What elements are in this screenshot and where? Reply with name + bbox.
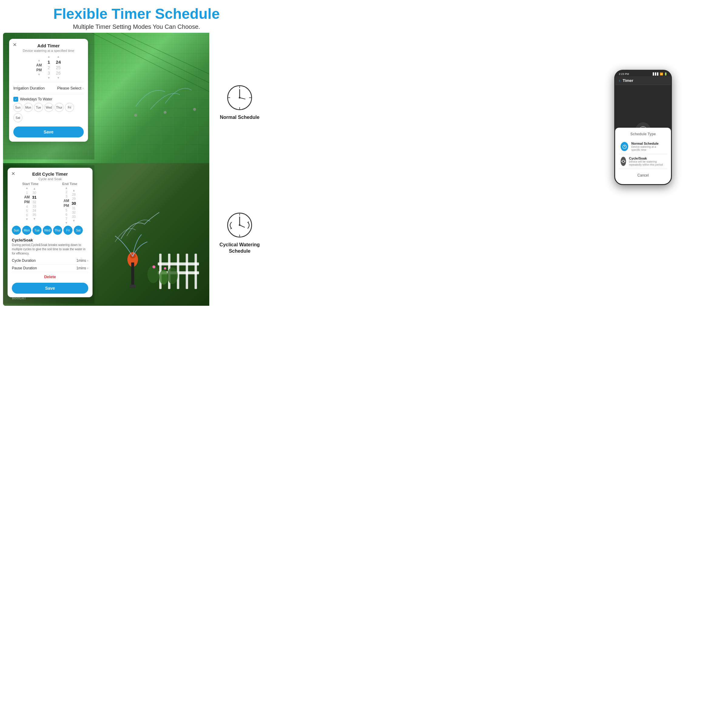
svg-point-20 [167,268,178,284]
time-picker: ▲ AM PM ▼ ▲ 1 2 3 ▼ ▲ 24 [13,55,84,80]
ampm-col: ▲ AM PM ▼ [36,58,42,76]
cycle-soak-section: Cycle/Soak During period,Cycle&Soak brea… [12,238,88,256]
cycle-day-wed[interactable]: Wed [43,226,52,235]
page-header: Flexible Timer Schedule Multiple Timer S… [0,0,273,33]
cycle-duration-row[interactable]: Cycle Duration 1mins › [12,257,88,265]
cyclical-clock-icon [226,211,253,239]
main-grid: ✕ Add Timer Device watering at a specifi… [0,33,273,309]
cycle-days-row: Sun Mon Tue Wed Thur Fri Sat [12,226,88,235]
close-button[interactable]: ✕ [13,42,17,47]
add-timer-card: ✕ Add Timer Device watering at a specifi… [9,39,88,142]
days-row: Sun Mon Tue Wed Thur Fri Sat [13,103,84,122]
cycle-day-thur[interactable]: Thur [53,226,62,235]
day-sat[interactable]: Sat [13,113,23,122]
svg-rect-9 [132,262,135,286]
end-time-col: End Time ▲ 2 3 AM PM 5 6 7 ▼ [51,182,88,225]
svg-line-1 [106,33,209,83]
cycle-card-title: Edit Cycle Timer [12,171,88,177]
irrigation-label: Irrigation Duration [13,86,44,90]
svg-line-0 [91,33,209,92]
cyclical-schedule-item: Cyclical WateringSchedule [220,211,260,254]
day-thur[interactable]: Thur [55,103,64,112]
card-title: Add Timer [13,43,84,48]
svg-rect-16 [158,262,199,265]
pause-duration-row[interactable]: Pause Duration 1mins › [12,265,88,272]
panel-top: ✕ Add Timer Device watering at a specifi… [3,33,209,163]
page-subtitle: Multiple Timer Setting Modes You Can Cho… [3,23,270,30]
irrigation-value: Please Select › [57,86,84,90]
normal-clock-icon [226,84,253,111]
page-title: Flexible Timer Schedule [3,5,270,22]
cycle-day-tue[interactable]: Tue [32,226,41,235]
hour-col: ▲ 1 2 3 ▼ [47,55,50,80]
minute-col: ▲ 24 25 26 ▼ [56,55,61,80]
right-sidebar: Normal Schedule Cyclical WateringSchedul… [209,33,270,306]
cycle-duration-val: 1mins [76,258,86,263]
svg-point-3 [134,114,137,117]
pause-duration-val: 1mins [76,266,86,270]
cyclical-schedule-label: Cyclical WateringSchedule [220,242,260,254]
save-button[interactable]: Save [13,127,84,138]
svg-line-2 [121,33,209,74]
cycle-soak-desc: During period,Cycle&Soak breaks watering… [12,243,88,256]
normal-schedule-label: Normal Schedule [220,114,260,121]
cycle-day-sun[interactable]: Sun [12,226,21,235]
weekday-label: Weekdays To Water [20,97,52,101]
svg-point-5 [193,108,196,111]
cycle-save-button[interactable]: Save [12,283,88,294]
svg-point-21 [153,265,156,268]
card-subtitle: Device watering at a specified time [13,49,84,52]
delete-button[interactable]: Delete [12,272,88,281]
panel-bottom: IRRIGAT ✕ Edit Cycle Timer Cycle and Soa… [3,163,209,306]
cycle-day-mon[interactable]: Mon [22,226,31,235]
svg-point-19 [159,270,168,285]
svg-point-4 [164,111,167,114]
start-time-col: Start Time ▲ 1 AM PM 4 5 6 ▼ [12,182,49,225]
pause-duration-label: Pause Duration [12,266,37,270]
cycle-timer-card: ✕ Edit Cycle Timer Cycle and Soak Start … [8,168,93,297]
cycle-day-fri[interactable]: Fri [63,226,72,235]
cycle-soak-title: Cycle/Soak [12,238,88,242]
weekday-checkbox[interactable]: ✓ [13,97,18,102]
irrigation-row[interactable]: Irrigation Duration Please Select › [13,85,84,92]
normal-schedule-item: Normal Schedule [220,84,260,121]
day-sun[interactable]: Sun [13,103,23,112]
svg-point-22 [164,267,166,270]
cycle-close-button[interactable]: ✕ [11,171,15,177]
weekday-row: ✓ Weekdays To Water [13,97,84,102]
cycle-card-subtitle: Cycle and Soak [12,177,88,181]
day-fri[interactable]: Fri [65,103,74,112]
day-tue[interactable]: Tue [34,103,43,112]
cycle-day-sat[interactable]: Sat [74,226,83,235]
day-mon[interactable]: Mon [24,103,33,112]
day-wed[interactable]: Wed [44,103,54,112]
two-col-time: Start Time ▲ 1 AM PM 4 5 6 ▼ [12,182,88,225]
cycle-duration-label: Cycle Duration [12,258,36,263]
svg-rect-10 [130,284,136,288]
